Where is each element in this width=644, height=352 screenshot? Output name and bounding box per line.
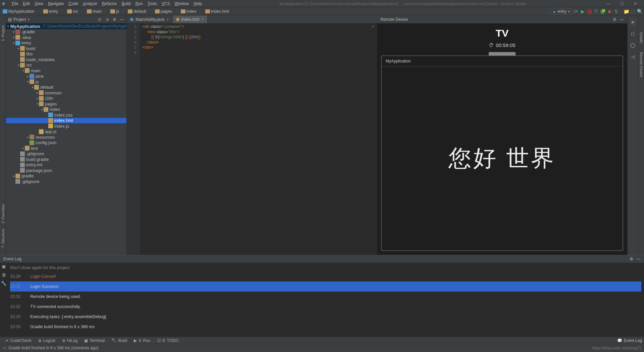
- profile-icon[interactable]: ⏱: [593, 8, 599, 14]
- open-icon[interactable]: 📁: [623, 8, 629, 14]
- event-log-row[interactable]: 15:29Login Cancel!: [10, 271, 641, 281]
- gear-icon[interactable]: ⚙: [112, 17, 117, 22]
- menu-tools[interactable]: Tools: [145, 0, 159, 7]
- bottom-tab-terminal[interactable]: ▣Terminal: [81, 338, 108, 343]
- device-square-icon[interactable]: ◻: [630, 30, 636, 37]
- tree-node[interactable]: ▾main: [6, 68, 126, 74]
- maximize-button[interactable]: ☐: [615, 0, 629, 7]
- structure-tool-tab[interactable]: 7: Structure: [1, 226, 5, 251]
- menu-help[interactable]: Help: [191, 0, 204, 7]
- tree-node[interactable]: node_modules: [6, 57, 126, 62]
- remote-device-tool-tab[interactable]: Remote Device: [639, 49, 643, 81]
- event-log-tab[interactable]: 💬 Event Log: [617, 338, 642, 343]
- breadcrumb-item[interactable]: main: [86, 9, 103, 14]
- bottom-tab-codecheck[interactable]: ✔CodeCheck: [2, 338, 35, 343]
- tree-node[interactable]: package.json: [6, 168, 126, 173]
- device-triangle-icon[interactable]: ◁: [630, 53, 636, 60]
- tree-node[interactable]: index.css: [6, 112, 126, 118]
- event-log-row[interactable]: 15:31Login Success!: [10, 281, 641, 292]
- search-icon[interactable]: 🔍: [637, 8, 643, 14]
- attach-icon[interactable]: 🧩: [600, 8, 606, 14]
- menu-analyze[interactable]: Analyze: [80, 0, 100, 7]
- tree-node[interactable]: app.js: [6, 129, 126, 135]
- code-content[interactable]: <div class="container"> <text class="tit…: [140, 24, 377, 255]
- tree-node[interactable]: ▾entry: [6, 40, 126, 46]
- sync-icon[interactable]: ⇅: [613, 8, 619, 14]
- event-log-list[interactable]: Don't show again for this project 15:29L…: [7, 263, 644, 337]
- menu-file[interactable]: File: [9, 0, 20, 7]
- menu-edit[interactable]: Edit: [20, 0, 32, 7]
- breadcrumb-item[interactable]: entry: [42, 9, 60, 14]
- tree-node[interactable]: index.js: [6, 123, 126, 129]
- tree-node[interactable]: ▾default: [6, 85, 126, 90]
- bottom-tab-build[interactable]: 🔨Build: [108, 338, 130, 343]
- tree-node[interactable]: entry.iml: [6, 162, 126, 168]
- tree-node[interactable]: ▸common: [6, 90, 126, 96]
- stop-icon[interactable]: ■: [606, 8, 612, 14]
- event-log-row[interactable]: 15:33Gradle build finished in 6 s 386 ms: [10, 322, 641, 332]
- project-view-label[interactable]: Project: [13, 17, 26, 22]
- breadcrumb-item[interactable]: pages: [154, 9, 173, 14]
- minimize-button[interactable]: —: [602, 0, 615, 7]
- menu-vcs[interactable]: VCS: [159, 0, 172, 7]
- event-log-row[interactable]: 15:33Executing tasks: [:entry:assembleDe…: [10, 312, 641, 322]
- code-editor[interactable]: 123456 <div class="container"> <text cla…: [127, 24, 377, 255]
- tree-node[interactable]: ▸.idea: [6, 35, 126, 40]
- preview-hide-icon[interactable]: —: [620, 17, 624, 22]
- breadcrumb-item[interactable]: default: [126, 9, 148, 14]
- editor-tab[interactable]: MainAbility.java×: [127, 15, 173, 23]
- menu-run[interactable]: Run: [133, 0, 145, 7]
- project-tool-tab[interactable]: 1: Project: [1, 22, 5, 44]
- breadcrumb-item[interactable]: MyApplication: [1, 9, 36, 14]
- locate-icon[interactable]: ⊙: [97, 17, 102, 22]
- tree-node[interactable]: ▾.gradle: [6, 29, 126, 35]
- menu-build[interactable]: Build: [119, 0, 133, 7]
- event-log-hide-icon[interactable]: —: [637, 257, 641, 261]
- debug-icon[interactable]: 🐞: [586, 8, 592, 14]
- event-log-delete-icon[interactable]: 🗑: [2, 272, 6, 277]
- preview-gear-icon[interactable]: ⚙: [613, 17, 616, 22]
- device-circle-icon[interactable]: ◯: [630, 42, 636, 48]
- run-icon[interactable]: ▶: [580, 8, 586, 14]
- menu-refactor[interactable]: Refactor: [100, 0, 119, 7]
- build-icon[interactable]: ⟳: [573, 8, 579, 14]
- tree-node[interactable]: index.hml: [6, 118, 126, 124]
- gradle-tool-tab[interactable]: Gradle: [639, 29, 643, 47]
- bottom-tab-hilog[interactable]: ≣HiLog: [59, 338, 81, 343]
- tree-node[interactable]: config.json: [6, 140, 126, 146]
- sdk-icon[interactable]: ⬚: [630, 8, 636, 14]
- tree-node[interactable]: ▾js: [6, 79, 126, 85]
- tree-node[interactable]: ▾src: [6, 62, 126, 68]
- breadcrumb-item[interactable]: index: [179, 9, 198, 14]
- tree-node[interactable]: ▸test: [6, 145, 126, 151]
- breadcrumb-item[interactable]: js: [109, 9, 120, 14]
- menu-view[interactable]: View: [32, 0, 46, 7]
- tree-node[interactable]: ▸gradle: [6, 173, 126, 179]
- breadcrumb-item[interactable]: src: [66, 9, 80, 14]
- menu-window[interactable]: Window: [172, 0, 191, 7]
- favorites-tool-tab[interactable]: 2: Favorites: [1, 202, 5, 226]
- tree-node[interactable]: .gitignore: [6, 179, 126, 184]
- hide-panel-icon[interactable]: —: [119, 17, 124, 22]
- event-log-row[interactable]: 15:32Remote device being used.: [10, 292, 641, 302]
- bottom-tab-logcat[interactable]: ≣Logcat: [35, 338, 59, 343]
- tab-close-icon[interactable]: ×: [166, 17, 169, 22]
- tree-node[interactable]: ▾pages: [6, 101, 126, 107]
- tree-node[interactable]: ▾index: [6, 107, 126, 113]
- tab-close-icon[interactable]: ×: [201, 17, 204, 22]
- event-log-wrench-icon[interactable]: 🔧: [1, 281, 6, 286]
- tree-node[interactable]: libs: [6, 51, 126, 57]
- bottom-tab-4-run[interactable]: ▶4: Run: [130, 338, 154, 343]
- project-tree[interactable]: ▾MyApplicationC:\Users\Nozer\DevEcoStudi…: [6, 24, 126, 255]
- tree-node[interactable]: build.gradle: [6, 157, 126, 162]
- event-log-row[interactable]: 15:32TV connected successfully.: [10, 302, 641, 312]
- event-log-filter-icon[interactable]: ▣: [2, 264, 6, 269]
- device-close-icon[interactable]: ✕: [630, 19, 636, 26]
- breadcrumb-item[interactable]: index.hml: [204, 9, 230, 14]
- tree-node[interactable]: ▸build: [6, 46, 126, 51]
- close-button[interactable]: ✕: [629, 0, 642, 7]
- tree-node[interactable]: ▸resources: [6, 134, 126, 140]
- editor-tab[interactable]: index.hml×: [173, 15, 208, 23]
- tree-node[interactable]: ▸java: [6, 74, 126, 79]
- menu-code[interactable]: Code: [66, 0, 80, 7]
